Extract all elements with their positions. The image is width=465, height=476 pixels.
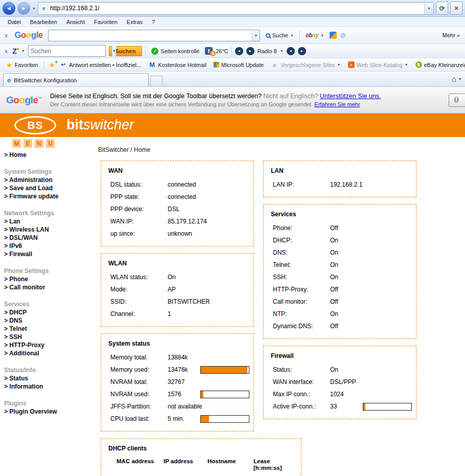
left-column: WAN DSL status:connectedPPP state:connec… [101, 161, 254, 432]
favorite-item[interactable]: MKostenlose Hotmail [148, 61, 206, 69]
menu-bearbeiten[interactable]: Bearbeiten [26, 19, 62, 25]
url-input[interactable] [50, 5, 422, 12]
row-value: 85.179.12.174 [168, 218, 199, 225]
translate-question-text: Diese Seite ist Englisch. Soll sie mit d… [50, 93, 262, 100]
menu-[interactable]: ? [147, 19, 159, 25]
popup-blocker-icon[interactable]: ⊘ [340, 31, 346, 39]
google-search-input[interactable] [49, 32, 252, 39]
facebook-icon[interactable]: f 1 [205, 47, 213, 55]
row-label: Status: [273, 366, 330, 373]
sidebar-item-save-and-load[interactable]: Save and Load [4, 184, 92, 192]
sidebar-heading-services: Services [4, 300, 92, 308]
sidebar-item-wireless-lan[interactable]: Wireless LAN [4, 225, 92, 234]
translate-button[interactable]: Ü [449, 94, 465, 107]
sidebar-item-phone[interactable]: Phone [4, 275, 92, 283]
radio-station-label[interactable]: Radio 8 [258, 48, 277, 54]
favorite-item[interactable]: eVorgeschlagene Sites▼ [271, 61, 340, 69]
panel-row: NVRAM used:1576 [108, 388, 247, 400]
toolbar2-search-input[interactable] [29, 48, 112, 55]
sidebar-item-home[interactable]: Home [4, 151, 92, 159]
row-label: NTP: [273, 310, 330, 318]
support-link[interactable]: Unterstützen Sie uns. [320, 93, 381, 100]
tab-bitswitcher[interactable]: e BitSwitcher Konfiguration [3, 73, 149, 86]
row-value: 1024 [330, 391, 362, 398]
sidebar-item-dns[interactable]: DNS [4, 316, 92, 325]
address-field[interactable]: e ▼ [38, 2, 434, 15]
sidebar-item-information[interactable]: Information [4, 382, 92, 391]
sidebar-item-dsl-wan[interactable]: DSL/WAN [4, 234, 92, 242]
refresh-button[interactable]: ⟳ [436, 2, 448, 15]
chevron-down-icon[interactable]: ▼ [458, 77, 462, 81]
close-google-toolbar-icon[interactable]: x [3, 32, 9, 38]
suche-button[interactable]: Suche ▼ [263, 31, 296, 39]
panel-services: Services Phone:OffDHCP:OnDNS:OnTelnet:On… [263, 204, 416, 339]
history-dropdown-icon[interactable]: ▼ [32, 7, 36, 10]
sidebar-item-ssh[interactable]: SSH [4, 333, 92, 341]
toolbar2-search-dropdown[interactable]: ▼ [112, 46, 116, 56]
sidebar-item-http-proxy[interactable]: HTTP-Proxy [4, 341, 92, 349]
url-dropdown-button[interactable]: ▼ [424, 3, 433, 14]
sidebar-item-telnet[interactable]: Telnet [4, 325, 92, 333]
panel-row: LAN IP:192.168.2.1 [271, 178, 410, 191]
menu-favoriten[interactable]: Favoriten [89, 19, 122, 25]
menu-datei[interactable]: Datei [3, 19, 26, 25]
toolbar-extra-icon[interactable] [330, 32, 337, 39]
sidebar-item-dhcp[interactable]: DHCP [4, 308, 92, 316]
chevron-down-icon[interactable]: ▼ [280, 49, 284, 53]
favoriten-button[interactable]: ★ Favoriten [4, 60, 40, 70]
new-tab-button[interactable] [150, 76, 162, 86]
home-icon[interactable]: ⌂ [452, 75, 456, 83]
sidebar-item-ipv6[interactable]: IPv6 [4, 242, 92, 250]
favorite-item[interactable]: keBay Kleinanzeigen Be... [415, 61, 465, 68]
stop-button[interactable]: ✕ [450, 2, 462, 15]
menu-extras[interactable]: Extras [122, 19, 147, 25]
back-button[interactable]: ◄ [3, 2, 15, 15]
radio-next-button[interactable]: ► [298, 47, 306, 55]
ebay-button[interactable]: ebay ▼ [303, 31, 327, 40]
sidebar-item-additional[interactable]: Additional [4, 349, 92, 357]
forward-button[interactable]: ► [17, 2, 30, 15]
column-header: Lease [h:mm:ss] [253, 458, 286, 471]
add-favorite-icon[interactable]: ★ [49, 61, 55, 69]
radio-back-button[interactable]: ◄ [287, 47, 295, 55]
sidebar-item-firewall[interactable]: Firewall [4, 250, 92, 258]
radio-prev-button[interactable]: ◄ [235, 47, 243, 55]
menu-ansicht[interactable]: Ansicht [62, 19, 89, 25]
panel-row: Call monitor:Off [271, 296, 410, 308]
sidebar-item-plugin-overview[interactable]: Plugin Overview [4, 407, 92, 416]
sidebar-item-lan[interactable]: Lan [4, 217, 92, 225]
row-value: 13884k [168, 354, 199, 361]
radio-play-button[interactable]: ► [246, 47, 254, 55]
sidebar-item-administration[interactable]: Administration [4, 176, 92, 184]
search-icon [266, 33, 270, 38]
panel-row: JFFS-Partition:not available [108, 400, 247, 413]
sidebar-item-firmware-update[interactable]: Firmware update [4, 192, 92, 200]
panel-row: WAN interface:DSL/PPP [271, 376, 410, 388]
weather-widget[interactable]: 26°C [216, 48, 228, 54]
panel-row: Memory used:13476k [108, 364, 247, 376]
row-label: JFFS-Partition: [110, 403, 168, 410]
favorite-item[interactable]: Microsoft Update [214, 62, 264, 68]
sidebar-heading-system-settings: System Settings [4, 168, 92, 176]
sidebar-item-status[interactable]: Status [4, 374, 92, 382]
favorite-item[interactable]: »Web Slice-Katalog▼ [348, 61, 408, 68]
reply-icon: ↩ [59, 61, 67, 69]
panel-title: DHCP clients [108, 445, 295, 452]
translate-muted-text: Nicht auf Englisch? [263, 93, 318, 100]
seitenkontrolle-button[interactable]: ✓ Seiten kontrolle [149, 47, 202, 56]
sidebar-item-call-monitor[interactable]: Call monitor [4, 283, 92, 291]
row-label: Dynamic DNS: [273, 323, 330, 330]
chevron-down-icon: ▼ [112, 49, 116, 53]
chevron-down-icon: ▼ [405, 63, 408, 66]
close-second-toolbar-icon[interactable]: x [3, 48, 9, 54]
row-label: DNS: [273, 249, 330, 256]
z-logo[interactable]: Z [12, 47, 18, 55]
mehr-button[interactable]: Mehr » [443, 32, 462, 38]
column-header: IP address [164, 458, 207, 471]
chevron-down-icon[interactable]: ▼ [21, 49, 25, 53]
panel-title: WLAN [108, 260, 247, 267]
panel-row: HTTP-Proxy:Off [271, 283, 410, 296]
learn-more-link[interactable]: Erfahren Sie mehr [314, 101, 360, 107]
favorite-item[interactable]: ↩Antwort erstellen • Inoffiziel... [59, 61, 141, 69]
search-history-dropdown[interactable]: ▼ [252, 30, 260, 41]
